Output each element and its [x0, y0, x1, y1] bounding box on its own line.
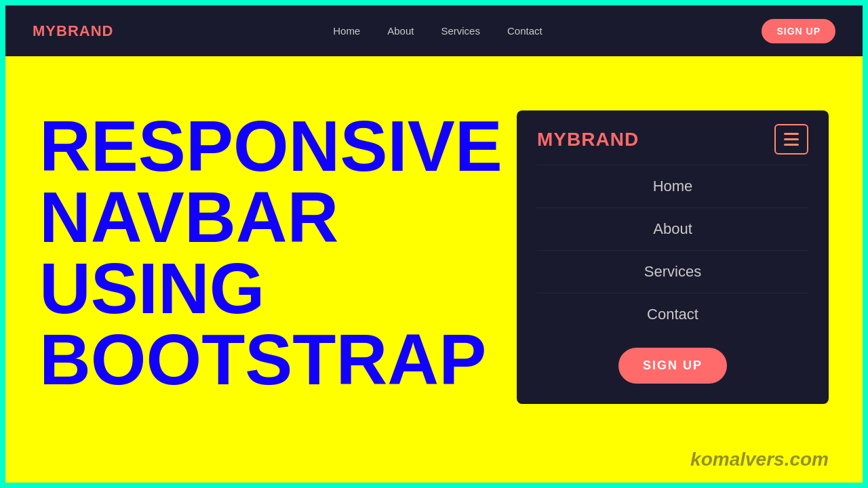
mobile-nav-link-services[interactable]: Services	[644, 263, 701, 280]
nav-link-services[interactable]: Services	[441, 25, 480, 37]
hero-section: RESPONSIVE NAVBAR USING BOOTSTRAP	[39, 110, 514, 395]
navbar-brand: MYBRAND	[33, 22, 113, 40]
mobile-nav-link-contact[interactable]: Contact	[647, 306, 698, 323]
mobile-signup-button[interactable]: SIGN UP	[618, 348, 727, 384]
mobile-nav-header: MYBRAND	[537, 124, 808, 155]
navbar-links: Home About Services Contact	[333, 25, 542, 37]
nav-link-about[interactable]: About	[387, 25, 414, 37]
mobile-nav-link-home[interactable]: Home	[653, 178, 693, 195]
nav-link-home[interactable]: Home	[333, 25, 360, 37]
mobile-nav-card: MYBRAND Home About Services Contact SIGN…	[517, 110, 829, 404]
top-navbar: MYBRAND Home About Services Contact SIGN…	[5, 5, 863, 56]
hamburger-button[interactable]	[774, 124, 808, 155]
mobile-nav-links: Home About Services Contact	[537, 165, 808, 336]
mobile-nav-link-about[interactable]: About	[653, 220, 692, 237]
hero-title: RESPONSIVE NAVBAR USING BOOTSTRAP	[39, 110, 514, 395]
mobile-nav-brand: MYBRAND	[537, 129, 639, 150]
watermark: komalvers.com	[690, 449, 829, 470]
hamburger-icon	[784, 133, 799, 146]
signup-button[interactable]: SIGN UP	[762, 19, 835, 43]
nav-link-contact[interactable]: Contact	[507, 25, 542, 37]
